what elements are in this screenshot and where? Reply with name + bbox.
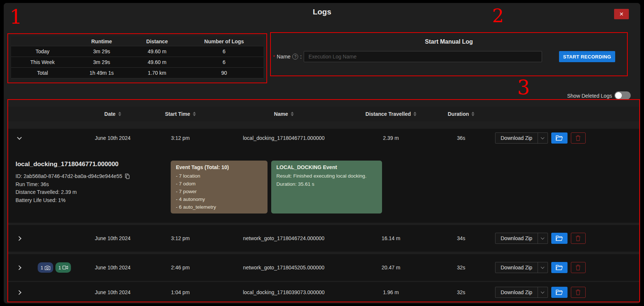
- column-label: Distance Travelled: [365, 111, 411, 117]
- detail-info: local_docking_1718046771.000000 ID: 2ab5…: [16, 161, 171, 223]
- event-tags-title: Event Tags (Total: 10): [176, 164, 262, 170]
- start-time-cell: 2:46 pm: [147, 265, 214, 270]
- download-zip-select[interactable]: Download Zip: [495, 287, 548, 298]
- copy-icon: [125, 174, 130, 179]
- expand-chevron-icon[interactable]: [16, 235, 23, 242]
- detail-runtime: Run Time: 36s: [16, 181, 171, 189]
- column-header-start-time[interactable]: Start Time: [147, 111, 214, 117]
- event-title: LOCAL_DOCKING Event: [276, 164, 377, 170]
- help-icon: ?: [292, 54, 298, 60]
- download-zip-label: Download Zip: [495, 287, 538, 297]
- distance-cell: 1.96 m: [354, 289, 428, 295]
- detail-distance: Distance Travelled: 2.39 m: [16, 188, 171, 196]
- column-header-duration[interactable]: Duration: [428, 111, 494, 117]
- label-colon: :: [300, 54, 301, 60]
- name-field-label: * Name ? :: [273, 51, 301, 62]
- collapse-chevron-icon[interactable]: [16, 135, 23, 141]
- photo-count: 1: [41, 265, 43, 270]
- video-count: 1: [58, 265, 61, 270]
- trash-icon: [575, 135, 581, 141]
- stats-header-runtime: Runtime: [74, 38, 129, 44]
- delete-log-button[interactable]: [571, 132, 586, 144]
- stats-header-numlogs: Number of Logs: [185, 38, 263, 44]
- detail-title: local_docking_1718046771.000000: [16, 161, 171, 168]
- distance-cell: 16.14 m: [354, 235, 428, 241]
- tags-cell: 1 1: [30, 262, 78, 273]
- sort-icon: [413, 112, 416, 116]
- expand-chevron-icon[interactable]: [16, 264, 23, 272]
- chevron-down-icon: [538, 287, 548, 297]
- event-result: Result: Finished executing local docking…: [276, 172, 377, 180]
- row-actions: Download Zip: [495, 233, 586, 244]
- event-tag-item: - 7 location: [176, 172, 262, 180]
- column-header-name[interactable]: Name: [214, 111, 354, 117]
- video-camera-icon: [62, 265, 68, 270]
- distance-cell: 20.47 m: [354, 265, 428, 270]
- sort-icon: [193, 112, 196, 116]
- row-actions: Download Zip: [495, 262, 586, 273]
- camera-icon: [45, 265, 50, 270]
- duration-cell: 36s: [428, 135, 494, 141]
- logs-table: Date Start Time Name Distance Travelled …: [8, 100, 639, 302]
- docking-event-card: LOCAL_DOCKING Event Result: Finished exe…: [271, 161, 382, 213]
- open-folder-button[interactable]: [551, 132, 568, 144]
- event-tag-item: - 6 auto_telemetry: [176, 203, 262, 211]
- stats-row-week: This Week 3m 29s 49.60 m 6: [11, 57, 263, 68]
- column-label: Name: [274, 111, 288, 117]
- start-recording-button[interactable]: START RECORDING: [559, 51, 615, 62]
- expanded-detail: local_docking_1718046771.000000 ID: 2ab5…: [8, 147, 639, 223]
- stats-distance: 1.70 km: [129, 70, 185, 76]
- sort-icon: [118, 112, 121, 116]
- download-zip-label: Download Zip: [495, 262, 538, 273]
- detail-id: ID: 2ab568a0-8746-47d2-ba0a-d94c9e944e55: [16, 172, 122, 181]
- delete-log-button[interactable]: [571, 262, 586, 273]
- open-folder-button[interactable]: [551, 262, 568, 273]
- folder-icon: [556, 135, 563, 141]
- log-name-input[interactable]: [304, 51, 542, 62]
- stats-runtime: 3m 29s: [74, 59, 129, 65]
- stats-row-total: Total 1h 49m 1s 1.70 km 90: [11, 68, 263, 78]
- date-cell: June 10th 2024: [78, 135, 147, 141]
- column-header-date[interactable]: Date: [78, 111, 147, 117]
- stats-label: This Week: [11, 59, 74, 65]
- date-cell: June 10th 2024: [78, 289, 147, 295]
- show-deleted-toggle[interactable]: [614, 91, 631, 100]
- show-deleted-label: Show Deleted Logs: [567, 93, 612, 99]
- event-tags-card: Event Tags (Total: 10) - 7 location - 7 …: [171, 161, 268, 213]
- download-zip-select[interactable]: Download Zip: [495, 132, 548, 144]
- name-cell: local_docking_1718039073.000000: [214, 289, 354, 295]
- close-button[interactable]: ✕: [614, 9, 629, 19]
- close-icon: ✕: [619, 11, 624, 17]
- distance-cell: 2.39 m: [354, 135, 428, 141]
- table-row-expanded-block: June 10th 2024 3:12 pm local_docking_171…: [8, 129, 639, 223]
- download-zip-select[interactable]: Download Zip: [495, 262, 548, 273]
- table-row: June 10th 2024 3:12 pm local_docking_171…: [8, 129, 639, 147]
- chevron-down-icon: [538, 233, 548, 243]
- stats-label: Total: [11, 70, 74, 76]
- table-row: June 10th 2024 3:12 pm network_goto_1718…: [8, 225, 639, 252]
- stats-header-row: Runtime Distance Number of Logs: [11, 37, 263, 46]
- download-zip-select[interactable]: Download Zip: [495, 233, 548, 244]
- event-tag-item: - 7 power: [176, 188, 262, 195]
- event-duration: Duration: 35.61 s: [276, 180, 377, 188]
- open-folder-button[interactable]: [551, 233, 568, 244]
- expand-chevron-icon[interactable]: [16, 289, 23, 296]
- delete-log-button[interactable]: [571, 233, 586, 244]
- date-cell: June 10th 2024: [78, 235, 147, 241]
- stats-label: Today: [11, 48, 74, 54]
- open-folder-button[interactable]: [551, 287, 568, 298]
- copy-id-button[interactable]: [125, 174, 130, 179]
- stats-runtime: 3m 29s: [74, 48, 129, 54]
- stats-distance: 49.60 m: [129, 48, 185, 54]
- start-time-cell: 3:12 pm: [147, 135, 214, 141]
- table-row: 1 1 June 10th 2024 2:46 pm network_goto_…: [8, 254, 639, 281]
- download-zip-label: Download Zip: [495, 133, 538, 143]
- name-cell: network_goto_1718045205.000000: [214, 265, 354, 270]
- column-header-distance[interactable]: Distance Travelled: [354, 111, 428, 117]
- trash-icon: [575, 289, 581, 295]
- stats-numlogs: 90: [185, 70, 263, 76]
- delete-log-button[interactable]: [571, 287, 586, 298]
- date-cell: June 10th 2024: [78, 265, 147, 270]
- duration-cell: 34s: [428, 235, 494, 241]
- sort-icon: [291, 112, 294, 116]
